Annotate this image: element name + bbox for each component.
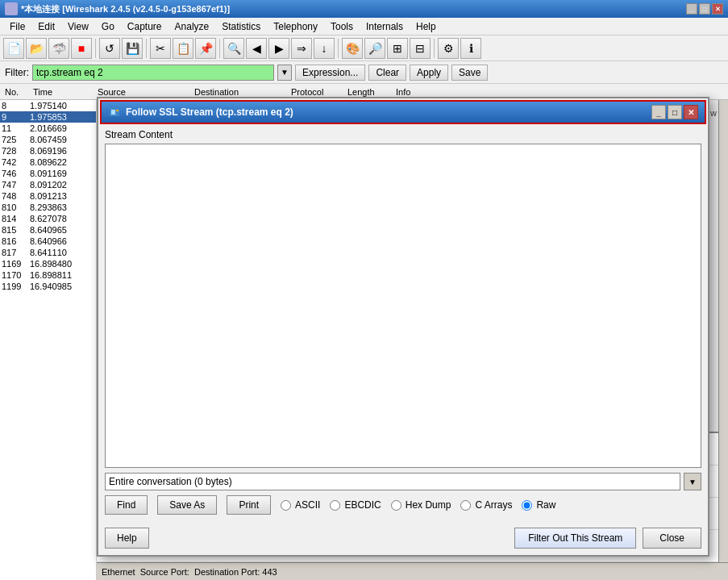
toolbar: 📄 📂 🦈 ■ ↺ 💾 ✂ 📋 📌 🔍 ◀ ▶ ⇒ ↓ 🎨 🔎 ⊞ ⊟ ⚙ ℹ: [0, 35, 728, 61]
menu-view[interactable]: View: [61, 19, 95, 34]
dialog-maximize-btn[interactable]: □: [668, 105, 682, 119]
toolbar-copy[interactable]: 📋: [173, 38, 193, 59]
packet-row[interactable]: 7468.091169: [0, 168, 96, 179]
menu-statistics[interactable]: Statistics: [215, 19, 267, 34]
window-close-btn[interactable]: ✕: [712, 3, 723, 15]
toolbar-cut[interactable]: ✂: [150, 38, 171, 59]
packet-row[interactable]: 91.975853: [0, 111, 96, 123]
menu-tools[interactable]: Tools: [324, 19, 360, 34]
packet-row[interactable]: 8158.640965: [0, 224, 96, 236]
status-ethernet: Ethernet: [102, 567, 135, 577]
svg-rect-2: [116, 110, 119, 111]
radio-ebcdic-input[interactable]: [330, 500, 340, 511]
radio-ascii-label: ASCII: [295, 499, 320, 511]
toolbar-new[interactable]: 📄: [3, 38, 24, 59]
minimize-btn[interactable]: _: [686, 3, 697, 15]
radio-hexdump-input[interactable]: [391, 500, 401, 511]
toolbar-paste[interactable]: 📌: [195, 38, 216, 59]
scrollbar[interactable]: [718, 100, 728, 580]
toolbar-go[interactable]: ⇒: [291, 38, 312, 59]
maximize-btn[interactable]: □: [699, 3, 710, 15]
filter-dropdown[interactable]: ▼: [277, 65, 292, 81]
toolbar-about[interactable]: ℹ: [460, 38, 481, 59]
apply-button[interactable]: Apply: [410, 65, 448, 81]
radio-raw-label: Raw: [536, 499, 555, 511]
radio-ascii-input[interactable]: [281, 500, 291, 511]
radio-carrays-label: C Arrays: [475, 499, 512, 511]
menu-go[interactable]: Go: [95, 19, 121, 34]
packet-row[interactable]: 8148.627078: [0, 213, 96, 224]
toolbar-fwd[interactable]: ▶: [268, 38, 289, 59]
menu-internals[interactable]: Internals: [360, 19, 410, 34]
packet-row[interactable]: 7478.091202: [0, 179, 96, 190]
toolbar-shark[interactable]: 🦈: [48, 38, 69, 59]
status-src-port: Source Port:: [140, 567, 189, 577]
radio-raw[interactable]: Raw: [522, 499, 555, 511]
expression-button[interactable]: Expression...: [295, 65, 365, 81]
packet-row[interactable]: 112.016669: [0, 123, 96, 134]
toolbar-prefs[interactable]: ⚙: [438, 38, 459, 59]
packet-row[interactable]: 81.975140: [0, 100, 96, 111]
save-as-btn[interactable]: Save As: [157, 495, 217, 515]
dialog-close-btn[interactable]: Close: [643, 528, 701, 549]
toolbar-expand[interactable]: ⊟: [410, 38, 431, 59]
save-button[interactable]: Save: [451, 65, 488, 81]
radio-ascii[interactable]: ASCII: [281, 499, 320, 511]
toolbar-colorize[interactable]: 🎨: [342, 38, 363, 59]
conversation-select[interactable]: [105, 473, 680, 490]
filter-input[interactable]: [32, 65, 274, 81]
radio-carrays[interactable]: C Arrays: [460, 499, 512, 511]
packet-row[interactable]: 7288.069196: [0, 145, 96, 156]
toolbar-zoom-out[interactable]: 🔎: [364, 38, 385, 59]
packet-row[interactable]: 7428.089622: [0, 156, 96, 168]
packet-row[interactable]: 7258.067459: [0, 134, 96, 145]
col-header-proto: Protocol: [288, 87, 344, 97]
toolbar-sep5: [434, 39, 435, 58]
menu-file[interactable]: File: [3, 19, 31, 34]
format-row: Find Save As Print ASCII EBCDIC Hex Dump…: [105, 495, 701, 515]
dialog-title-text: Follow SSL Stream (tcp.stream eq 2): [126, 106, 651, 118]
packet-row[interactable]: 7488.091213: [0, 190, 96, 202]
toolbar-save[interactable]: 💾: [122, 38, 143, 59]
menu-analyze[interactable]: Analyze: [168, 19, 216, 34]
toolbar-back[interactable]: ◀: [246, 38, 267, 59]
radio-hexdump[interactable]: Hex Dump: [391, 499, 451, 511]
radio-raw-input[interactable]: [522, 500, 532, 511]
col-header-dest: Destination: [191, 87, 288, 97]
packet-row[interactable]: 8178.641110: [0, 247, 96, 258]
help-btn[interactable]: Help: [105, 528, 149, 549]
menu-telephony[interactable]: Telephony: [267, 19, 324, 34]
menu-bar: File Edit View Go Capture Analyze Statis…: [0, 18, 728, 35]
conversation-dropdown-btn[interactable]: ▼: [684, 473, 701, 490]
packet-row[interactable]: 117016.898811: [0, 269, 96, 281]
dialog-icon: [108, 106, 121, 119]
toolbar-open[interactable]: 📂: [26, 38, 47, 59]
toolbar-reload[interactable]: ↺: [99, 38, 120, 59]
toolbar-zoom-in[interactable]: 🔍: [223, 38, 244, 59]
radio-carrays-input[interactable]: [460, 500, 471, 511]
print-btn[interactable]: Print: [227, 495, 271, 515]
packet-row[interactable]: 116916.898480: [0, 258, 96, 269]
clear-button[interactable]: Clear: [368, 65, 406, 81]
packet-list[interactable]: 81.97514091.975853112.0166697258.0674597…: [0, 100, 97, 580]
dialog-close-x-btn[interactable]: ✕: [684, 105, 698, 119]
packet-row[interactable]: 119916.940985: [0, 281, 96, 292]
svg-rect-1: [111, 110, 115, 115]
packet-row[interactable]: 8108.293863: [0, 202, 96, 213]
packet-row[interactable]: 8168.640966: [0, 236, 96, 247]
col-header-no: No.: [2, 87, 30, 97]
menu-help[interactable]: Help: [410, 19, 443, 34]
menu-edit[interactable]: Edit: [31, 19, 61, 34]
filter-out-btn[interactable]: Filter Out This Stream: [514, 528, 636, 549]
col-header-source: Source: [94, 87, 191, 97]
toolbar-goto[interactable]: ↓: [314, 38, 335, 59]
dialog-minimize-btn[interactable]: _: [651, 105, 666, 119]
menu-capture[interactable]: Capture: [121, 19, 168, 34]
toolbar-stop[interactable]: ■: [71, 38, 92, 59]
stream-content-area[interactable]: [105, 144, 701, 468]
find-btn[interactable]: Find: [105, 495, 148, 515]
filter-bar: Filter: ▼ Expression... Clear Apply Save: [0, 61, 728, 84]
radio-ebcdic[interactable]: EBCDIC: [330, 499, 381, 511]
dialog-content: Stream Content ▼ Find Save As Print ASCI…: [98, 126, 708, 524]
toolbar-fit[interactable]: ⊞: [387, 38, 408, 59]
